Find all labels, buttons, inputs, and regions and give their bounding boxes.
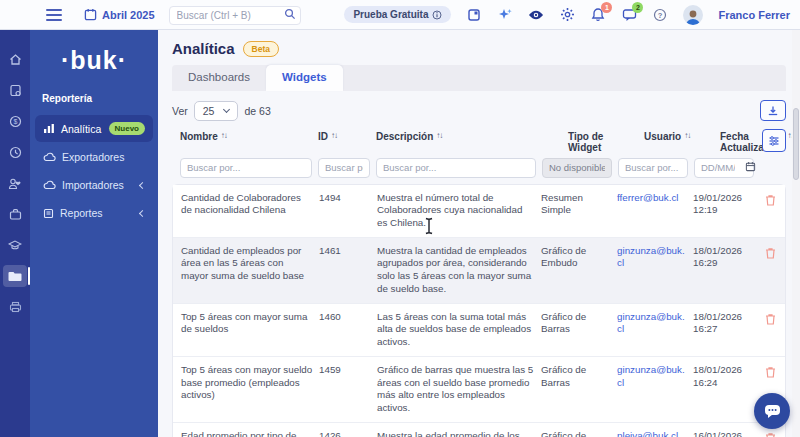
beta-badge: Beta [243, 41, 279, 57]
briefcase-icon[interactable] [3, 203, 27, 225]
printer-icon[interactable] [3, 296, 27, 318]
clock-icon[interactable] [3, 141, 27, 163]
gear-icon[interactable] [559, 7, 575, 23]
cell-usuario-link[interactable]: pleiva@buk.cl [617, 429, 693, 437]
scrollbar-thumb[interactable] [793, 108, 799, 180]
cell-usuario-link[interactable]: ginzunza@buk.cl [617, 363, 693, 390]
filter-usuario-input[interactable] [618, 158, 688, 178]
filter-descripcion-input[interactable] [376, 158, 536, 178]
table-row[interactable]: Top 5 áreas con mayor suma de sueldos 14… [173, 303, 785, 356]
column-header-nombre[interactable]: Nombre↑↓ [172, 131, 318, 142]
cell-fecha: 18/01/202616:27 [693, 310, 759, 337]
cell-descripcion: Muestra la edad promedio de los empleado… [377, 429, 541, 437]
cell-id: 1494 [319, 191, 377, 206]
help-icon[interactable]: ? [652, 7, 668, 23]
period-label: Abril 2025 [102, 9, 155, 21]
payments-icon[interactable]: $ [3, 110, 27, 132]
filter-nombre-input[interactable] [180, 158, 312, 178]
cell-nombre: Edad promedio por tipo de jornada de hom… [173, 429, 319, 437]
delete-icon[interactable] [765, 194, 776, 206]
home-icon[interactable] [3, 48, 27, 70]
sort-icon[interactable]: ↑↓ [684, 131, 690, 140]
cell-id: 1426 [319, 429, 377, 437]
tab-dashboards[interactable]: Dashboards [172, 65, 266, 91]
chevron-down-icon [223, 106, 230, 113]
delete-icon[interactable] [765, 313, 776, 325]
cell-fecha: 16/01/202613:14 [693, 429, 759, 437]
sidebar-section-label: Reportería [30, 93, 158, 104]
cell-usuario-link[interactable]: ginzunza@buk.cl [617, 244, 693, 271]
sidebar-item-exportadores[interactable]: Exportadores [35, 144, 153, 170]
hamburger-menu-icon[interactable] [46, 9, 62, 21]
user-name[interactable]: Franco Ferrer [718, 9, 790, 21]
people-heart-icon[interactable] [3, 172, 27, 194]
notifications-bell-icon[interactable]: 1 [590, 7, 606, 23]
table-row[interactable]: Edad promedio por tipo de jornada de hom… [173, 422, 785, 437]
cell-fecha: 19/01/202612:19 [693, 191, 759, 218]
calendar-icon [84, 8, 97, 21]
column-header-descripcion[interactable]: Descripción↑↓ [376, 131, 568, 142]
column-header-tipo: Tipo de Widget [568, 131, 644, 153]
cell-id: 1460 [319, 310, 377, 325]
svg-text:$: $ [13, 118, 17, 125]
cell-descripcion: Muestra la cantidad de empleados agrupad… [377, 244, 541, 297]
column-header-usuario[interactable]: Usuario↑↓ [644, 131, 720, 142]
cell-id: 1461 [319, 244, 377, 259]
ai-sparkle-icon[interactable] [497, 7, 513, 23]
chevron-left-icon [139, 209, 146, 216]
delete-icon[interactable] [765, 247, 776, 259]
sort-icon[interactable]: ↑↓ [331, 131, 337, 140]
education-icon[interactable] [3, 234, 27, 256]
delete-icon[interactable] [765, 432, 776, 437]
trial-label: Prueba Gratuita [353, 9, 428, 20]
download-icon [767, 105, 779, 117]
table-filter-row [172, 157, 786, 184]
cell-nombre: Top 5 áreas con mayor suma de sueldos [173, 310, 319, 337]
scrollbar-track[interactable] [792, 30, 800, 437]
tab-widgets[interactable]: Widgets [266, 65, 343, 91]
table-header: Nombre↑↓ ID↑↓ Descripción↑↓ Tipo de Widg… [172, 129, 786, 157]
cell-tipo: Gráfico de Embudo [541, 244, 617, 271]
period-selector[interactable]: Abril 2025 [84, 8, 155, 21]
sidebar-item-label: Importadores [62, 179, 124, 191]
table-body: Cantidad de Colaboradores de nacionalida… [172, 184, 786, 437]
bookmark-icon[interactable] [466, 7, 482, 23]
cell-usuario-link[interactable]: fferrer@buk.cl [617, 191, 693, 206]
clipboard-settings-icon[interactable] [3, 79, 27, 101]
table-row[interactable]: Cantidad de Colaboradores de nacionalida… [173, 185, 785, 237]
cell-usuario-link[interactable]: ginzunza@buk.cl [617, 310, 693, 337]
sidebar-item-importadores[interactable]: Importadores [35, 172, 153, 198]
messages-icon[interactable]: 2 [621, 7, 637, 23]
table-row[interactable]: Top 5 áreas con mayor sueldo base promed… [173, 356, 785, 422]
eye-icon[interactable] [528, 7, 544, 23]
buk-logo: ·buk· [30, 46, 158, 75]
sidebar-item-reportes[interactable]: Reportes [35, 200, 153, 226]
sort-icon[interactable]: ↑↓ [221, 131, 227, 140]
sidebar-item-label: Exportadores [62, 151, 124, 163]
download-button[interactable] [760, 100, 786, 121]
trial-badge[interactable]: Prueba Gratuita [344, 6, 451, 23]
cell-descripcion: Gráfico de barras que muestra las 5 área… [377, 363, 541, 416]
cell-tipo: Resumen Simple [541, 191, 617, 218]
user-avatar[interactable] [683, 5, 703, 25]
table-row[interactable]: Cantidad de empleados por área en las 5 … [173, 237, 785, 303]
notification-count-badge: 1 [601, 2, 612, 13]
calendar-icon[interactable] [745, 161, 756, 172]
chevron-left-icon [139, 181, 146, 188]
reports-folder-icon[interactable] [3, 265, 27, 287]
topbar: Abril 2025 Prueba Gratuita 1 2 [0, 0, 800, 30]
page-size-select[interactable]: 25 [194, 101, 239, 121]
delete-icon[interactable] [765, 366, 776, 378]
sort-icon[interactable]: ↑↓ [436, 131, 442, 140]
global-search [169, 5, 301, 25]
cell-nombre: Cantidad de empleados por área en las 5 … [173, 244, 319, 284]
filter-id-input[interactable] [318, 158, 370, 178]
bar-chart-icon [43, 123, 55, 134]
filter-button[interactable] [762, 129, 786, 152]
column-header-id[interactable]: ID↑↓ [318, 131, 376, 142]
chat-launcher-button[interactable] [754, 393, 790, 429]
sidebar-item-analitica[interactable]: Analítica Nuevo [35, 115, 153, 142]
info-icon [432, 10, 442, 20]
search-input[interactable] [169, 6, 301, 25]
messages-count-badge: 2 [632, 2, 643, 13]
